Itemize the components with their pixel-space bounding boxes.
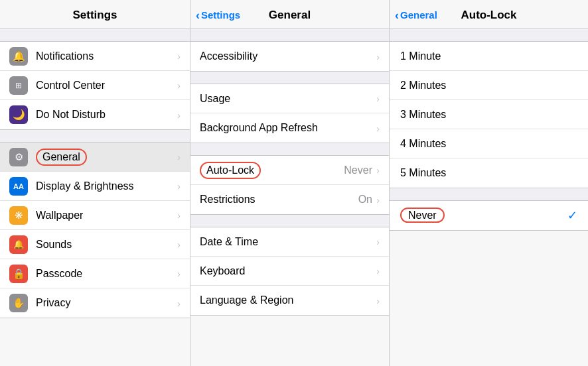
chevron-icon: › <box>376 51 380 62</box>
general-group-2: Usage › Background App Refresh › <box>190 84 389 143</box>
dnd-icon: 🌙 <box>9 105 28 124</box>
autolock-option-4min[interactable]: 4 Minutes <box>390 129 588 158</box>
general-item-usage[interactable]: Usage › <box>190 84 389 113</box>
general-item-accessibility[interactable]: Accessibility › <box>190 42 389 71</box>
accessibility-label: Accessibility <box>200 50 376 62</box>
top-general-group: Accessibility › <box>190 41 389 72</box>
sidebar-item-sounds[interactable]: 🔔 Sounds › <box>0 230 190 259</box>
middle-panel-title: General <box>269 9 311 22</box>
section-gap-1 <box>0 130 190 142</box>
general-circle-highlight: General <box>36 149 87 166</box>
left-panel: Settings 🔔 Notifications › ⊞ Control Cen… <box>0 0 190 366</box>
auto-lock-circle-highlight: Auto-Lock <box>200 162 261 179</box>
section-gap-2 <box>190 143 389 155</box>
middle-back-button[interactable]: ‹ Settings <box>196 9 240 21</box>
notifications-icon: 🔔 <box>9 47 28 66</box>
chevron-icon: › <box>177 109 181 121</box>
sidebar-item-control-center[interactable]: ⊞ Control Center › <box>0 71 190 100</box>
sidebar-item-passcode[interactable]: 🔒 Passcode › <box>0 259 190 288</box>
autolock-option-1min[interactable]: 1 Minute <box>390 42 588 71</box>
chevron-icon: › <box>376 236 380 247</box>
section-gap-3 <box>190 215 389 227</box>
passcode-label: Passcode <box>36 268 177 280</box>
autolock-1min-label: 1 Minute <box>400 50 577 62</box>
chevron-icon: › <box>177 298 181 309</box>
chevron-icon: › <box>376 123 380 134</box>
chevron-icon: › <box>177 50 181 62</box>
sidebar-item-display[interactable]: AA Display & Brightness › <box>0 172 190 201</box>
auto-lock-label: Auto-Lock <box>200 162 344 179</box>
autolock-never-group: Never ✓ <box>390 200 588 231</box>
general-item-language-region[interactable]: Language & Region › <box>190 286 389 315</box>
sounds-icon: 🔔 <box>9 235 28 254</box>
top-settings-group: 🔔 Notifications › ⊞ Control Center › 🌙 D… <box>0 41 190 130</box>
autolock-2min-label: 2 Minutes <box>400 80 577 91</box>
never-circle-highlight: Never <box>400 208 445 223</box>
autolock-options-group: 1 Minute 2 Minutes 3 Minutes 4 Minutes 5… <box>390 41 588 188</box>
general-item-restrictions[interactable]: Restrictions On › <box>190 185 389 214</box>
general-item-auto-lock[interactable]: Auto-Lock Never › <box>190 156 389 185</box>
sounds-label: Sounds <box>36 239 177 251</box>
chevron-icon: › <box>376 93 380 104</box>
autolock-option-3min[interactable]: 3 Minutes <box>390 100 588 129</box>
chevron-icon: › <box>376 265 380 276</box>
dnd-label: Do Not Disturb <box>36 109 177 121</box>
sidebar-item-do-not-disturb[interactable]: 🌙 Do Not Disturb › <box>0 100 190 129</box>
middle-back-label: Settings <box>201 9 240 21</box>
wallpaper-icon: ❋ <box>9 206 28 225</box>
chevron-icon: › <box>376 194 380 206</box>
right-back-button[interactable]: ‹ General <box>395 9 437 21</box>
section-gap-never <box>390 188 588 200</box>
autolock-4min-label: 4 Minutes <box>400 138 577 150</box>
control-center-label: Control Center <box>36 80 177 91</box>
general-label: General <box>36 149 177 166</box>
section-gap-top <box>0 29 190 41</box>
chevron-icon: › <box>376 295 380 306</box>
language-region-label: Language & Region <box>200 294 376 306</box>
control-center-icon: ⊞ <box>9 76 28 95</box>
autolock-5min-label: 5 Minutes <box>400 167 577 179</box>
general-item-background-refresh[interactable]: Background App Refresh › <box>190 113 389 143</box>
checkmark-icon: ✓ <box>567 208 577 223</box>
right-panel: ‹ General Auto-Lock 1 Minute 2 Minutes 3… <box>390 0 588 366</box>
autolock-3min-label: 3 Minutes <box>400 109 577 121</box>
back-chevron-icon: ‹ <box>395 9 399 21</box>
right-panel-header: ‹ General Auto-Lock <box>390 0 588 29</box>
autolock-never-label: Never <box>400 210 567 221</box>
keyboard-label: Keyboard <box>200 265 376 277</box>
general-item-keyboard[interactable]: Keyboard › <box>190 257 389 286</box>
chevron-icon: › <box>177 239 181 250</box>
sidebar-item-privacy[interactable]: ✋ Privacy › <box>0 288 190 318</box>
background-refresh-label: Background App Refresh <box>200 122 376 134</box>
display-label: Display & Brightness <box>36 180 177 192</box>
display-icon: AA <box>9 177 28 196</box>
notifications-label: Notifications <box>36 50 177 62</box>
date-time-label: Date & Time <box>200 236 376 248</box>
wallpaper-label: Wallpaper <box>36 210 177 221</box>
main-settings-group: ⚙ General › AA Display & Brightness › ❋ … <box>0 142 190 318</box>
middle-panel-header: ‹ Settings General <box>190 0 389 29</box>
general-item-date-time[interactable]: Date & Time › <box>190 227 389 257</box>
autolock-option-2min[interactable]: 2 Minutes <box>390 71 588 100</box>
autolock-option-never[interactable]: Never ✓ <box>390 201 588 230</box>
left-panel-header: Settings <box>0 0 190 29</box>
middle-panel: ‹ Settings General Accessibility › Usage… <box>190 0 390 366</box>
restrictions-value: On <box>358 194 372 206</box>
back-chevron-icon: ‹ <box>196 9 200 21</box>
usage-label: Usage <box>200 93 376 105</box>
sidebar-item-general[interactable]: ⚙ General › <box>0 143 190 172</box>
passcode-icon: 🔒 <box>9 265 28 283</box>
general-icon: ⚙ <box>9 148 28 166</box>
sidebar-item-wallpaper[interactable]: ❋ Wallpaper › <box>0 201 190 230</box>
restrictions-label: Restrictions <box>200 194 358 206</box>
section-gap-1 <box>190 72 389 84</box>
sidebar-item-notifications[interactable]: 🔔 Notifications › <box>0 42 190 71</box>
chevron-icon: › <box>177 180 181 192</box>
chevron-icon: › <box>177 268 181 279</box>
section-gap-top <box>390 29 588 41</box>
privacy-icon: ✋ <box>9 294 28 312</box>
right-back-label: General <box>400 9 437 21</box>
general-group-3: Auto-Lock Never › Restrictions On › <box>190 155 389 215</box>
autolock-option-5min[interactable]: 5 Minutes <box>390 158 588 188</box>
settings-title: Settings <box>72 9 117 22</box>
